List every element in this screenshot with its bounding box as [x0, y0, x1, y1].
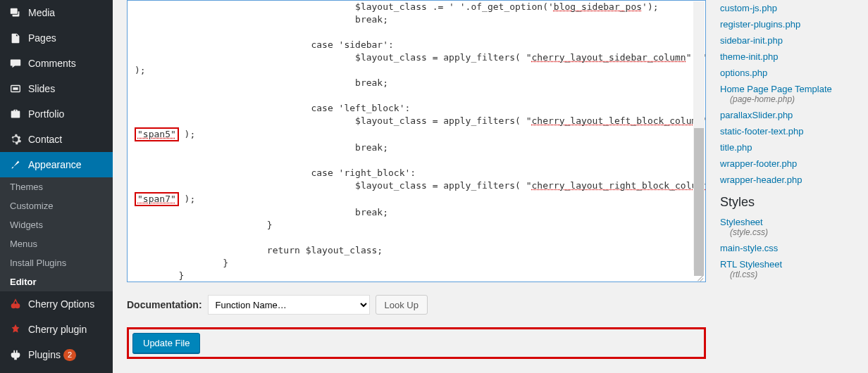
nav-cherry-plugin-label: Cherry plugin — [28, 324, 87, 335]
documentation-label: Documentation: — [127, 299, 202, 310]
brush-icon — [8, 158, 23, 172]
subnav-widgets[interactable]: Widgets — [0, 215, 113, 234]
admin-sidebar: Media Pages Comments Slides Portfolio Co… — [0, 0, 113, 373]
nav-plugins[interactable]: Plugins 2 — [0, 342, 113, 367]
code-editor-area[interactable]: $layout_class .= ' '.of_get_option('blog… — [127, 0, 706, 282]
nav-pages-label: Pages — [28, 32, 56, 44]
nav-slides[interactable]: Slides — [0, 76, 113, 101]
nav-comments[interactable]: Comments — [0, 51, 113, 76]
file-main-style[interactable]: main-style.css — [720, 240, 854, 256]
file-title[interactable]: title.php — [720, 139, 854, 156]
portfolio-icon — [8, 107, 23, 121]
file-home-page-template[interactable]: Home Page Page Template (page-home.php) — [720, 81, 854, 107]
nav-media[interactable]: Media — [0, 0, 113, 25]
comments-icon — [8, 56, 23, 70]
subnav-menus[interactable]: Menus — [0, 234, 113, 253]
look-up-button[interactable]: Look Up — [376, 295, 428, 315]
nav-appearance[interactable]: Appearance — [0, 152, 113, 177]
file-theme-init[interactable]: theme-init.php — [720, 49, 854, 65]
pages-icon — [8, 31, 23, 45]
file-wrapper-footer[interactable]: wrapper-footer.php — [720, 156, 854, 172]
svg-point-3 — [15, 303, 20, 308]
svg-rect-1 — [13, 87, 18, 90]
cherry-icon — [8, 297, 23, 311]
appearance-submenu: Themes Customize Widgets Menus Install P… — [0, 177, 113, 291]
nav-slides-label: Slides — [28, 83, 55, 94]
nav-contact-label: Contact — [28, 134, 62, 145]
file-stylesheet[interactable]: Stylesheet (style.css) — [720, 214, 854, 240]
subnav-customize[interactable]: Customize — [0, 196, 113, 215]
scrollbar-thumb[interactable] — [694, 128, 704, 276]
file-sidebar-init[interactable]: sidebar-init.php — [720, 32, 854, 49]
file-register-plugins[interactable]: register-plugins.php — [720, 16, 854, 32]
cherry-plugin-icon — [8, 322, 23, 336]
nav-media-label: Media — [28, 7, 55, 18]
function-name-select[interactable]: Function Name… — [208, 295, 370, 315]
slides-icon — [8, 82, 23, 96]
nav-portfolio[interactable]: Portfolio — [0, 101, 113, 127]
editor-scrollbar[interactable] — [693, 1, 705, 270]
file-list-sidebar: custom-js.php register-plugins.php sideb… — [720, 0, 854, 359]
subnav-install-plugins[interactable]: Install Plugins — [0, 253, 113, 272]
styles-heading: Styles — [720, 195, 854, 210]
file-wrapper-header[interactable]: wrapper-header.php — [720, 172, 854, 188]
nav-pages[interactable]: Pages — [0, 25, 113, 51]
plugins-count-badge: 2 — [63, 349, 76, 361]
file-custom-js[interactable]: custom-js.php — [720, 0, 854, 16]
nav-appearance-label: Appearance — [28, 159, 82, 170]
nav-cherry-options[interactable]: Cherry Options — [0, 291, 113, 317]
nav-contact[interactable]: Contact — [0, 127, 113, 152]
update-file-button[interactable]: Update File — [132, 333, 200, 353]
nav-cherry-options-label: Cherry Options — [28, 298, 94, 310]
nav-comments-label: Comments — [28, 58, 76, 69]
gear-icon — [8, 132, 23, 146]
media-icon — [8, 6, 23, 20]
resize-handle[interactable] — [694, 270, 705, 282]
file-static-footer-text[interactable]: static-footer-text.php — [720, 123, 854, 139]
nav-cherry-plugin[interactable]: Cherry plugin — [0, 317, 113, 342]
update-file-highlight: Update File — [127, 327, 706, 359]
file-rtl-stylesheet[interactable]: RTL Stylesheet (rtl.css) — [720, 256, 854, 282]
plugins-icon — [8, 348, 23, 362]
nav-plugins-label: Plugins — [28, 349, 61, 360]
file-options[interactable]: options.php — [720, 65, 854, 81]
file-parallax-slider[interactable]: parallaxSlider.php — [720, 107, 854, 123]
subnav-editor[interactable]: Editor — [0, 272, 113, 291]
subnav-themes[interactable]: Themes — [0, 177, 113, 196]
nav-portfolio-label: Portfolio — [28, 108, 64, 120]
